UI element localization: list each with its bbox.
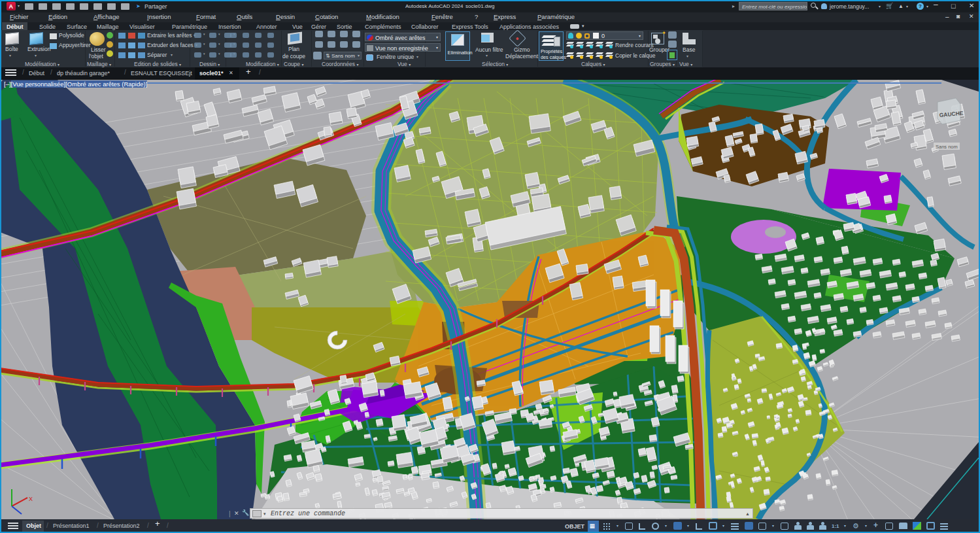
svg-text:X: X xyxy=(29,496,33,502)
svg-text:Sans nom: Sans nom xyxy=(936,144,958,150)
